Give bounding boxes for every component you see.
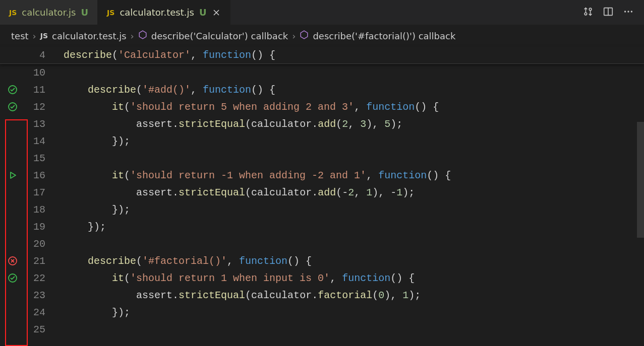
code-line[interactable]: 15 xyxy=(0,150,644,167)
code-content: describe('#factorial()', function() { xyxy=(49,255,312,267)
test-status-pass-icon[interactable] xyxy=(0,85,25,95)
line-number: 13 xyxy=(25,118,49,130)
js-icon: JS xyxy=(9,9,17,17)
line-number: 4 xyxy=(25,49,49,61)
svg-point-3 xyxy=(624,11,626,12)
code-line[interactable]: 20 xyxy=(0,235,644,252)
line-number: 19 xyxy=(25,221,49,233)
code-line[interactable]: 11 describe('#add()', function() { xyxy=(0,81,644,98)
close-icon[interactable] xyxy=(212,8,221,17)
breadcrumb-symbol[interactable]: describe('Calculator') callback xyxy=(138,30,288,41)
code-content: it('should return -1 when adding -2 and … xyxy=(49,170,451,181)
code-content: it('should return 5 when adding 2 and 3'… xyxy=(49,101,439,113)
tab-status: U xyxy=(81,7,88,18)
svg-point-5 xyxy=(631,11,632,12)
line-number: 24 xyxy=(25,307,49,318)
line-number: 25 xyxy=(25,324,49,335)
code-line[interactable]: 16 it('should return -1 when adding -2 a… xyxy=(0,167,644,184)
line-number: 20 xyxy=(25,238,49,250)
code-content: describe('#add()', function() { xyxy=(49,84,275,96)
chevron-right-icon: › xyxy=(131,31,134,41)
method-icon xyxy=(300,30,309,41)
tab-actions xyxy=(572,6,644,19)
code-line: describe('Calculator', function() { xyxy=(49,49,275,61)
test-status-pass-icon[interactable] xyxy=(0,273,25,283)
tab-calculator-test-js[interactable]: JS calculator.test.js U xyxy=(98,0,230,25)
line-number: 22 xyxy=(25,272,49,284)
code-content: }); xyxy=(49,221,106,233)
code-line[interactable]: 14 }); xyxy=(0,132,644,150)
code-line[interactable]: 18 }); xyxy=(0,201,644,218)
code-content xyxy=(49,153,88,164)
line-number: 23 xyxy=(25,290,49,301)
breadcrumb-symbol[interactable]: describe('#factorial()') callback xyxy=(300,30,455,41)
code-line[interactable]: 19 }); xyxy=(0,218,644,235)
code-line[interactable]: 12 it('should return 5 when adding 2 and… xyxy=(0,98,644,115)
tab-filename: calculator.js xyxy=(22,7,76,18)
test-status-fail-icon[interactable] xyxy=(0,256,25,266)
tab-status: U xyxy=(199,7,207,18)
code-content xyxy=(49,324,88,335)
js-icon: JS xyxy=(107,9,114,17)
tab-filename: calculator.test.js xyxy=(120,7,194,18)
chevron-right-icon: › xyxy=(33,31,36,41)
code-line[interactable]: 25 xyxy=(0,321,644,338)
scrollbar-thumb[interactable] xyxy=(637,122,644,238)
line-number: 12 xyxy=(25,101,49,113)
code-content: }); xyxy=(49,307,130,318)
code-line[interactable]: 10 xyxy=(0,64,644,81)
line-number: 10 xyxy=(25,67,49,79)
line-number: 15 xyxy=(25,153,49,164)
line-number: 17 xyxy=(25,187,49,198)
code-line[interactable]: 21 describe('#factorial()', function() { xyxy=(0,252,644,269)
breadcrumb-folder[interactable]: test xyxy=(11,31,29,41)
compare-changes-icon[interactable] xyxy=(582,6,594,19)
code-line[interactable]: 22 it('should return 1 when input is 0',… xyxy=(0,269,644,287)
split-editor-icon[interactable] xyxy=(603,6,614,19)
code-content xyxy=(49,67,88,79)
code-content: }); xyxy=(49,204,130,216)
js-icon: JS xyxy=(40,32,48,40)
code-content: it('should return 1 when input is 0', fu… xyxy=(49,272,415,284)
code-content: assert.strictEqual(calculator.add(-2, 1)… xyxy=(49,187,415,198)
line-number: 21 xyxy=(25,255,49,267)
sticky-scroll-header[interactable]: 4 describe('Calculator', function() { xyxy=(0,46,644,64)
code-line[interactable]: 23 assert.strictEqual(calculator.factori… xyxy=(0,287,644,304)
more-actions-icon[interactable] xyxy=(623,6,634,19)
test-status-pass-icon[interactable] xyxy=(0,102,25,112)
svg-point-4 xyxy=(627,11,629,12)
code-content xyxy=(49,238,88,250)
breadcrumb-file[interactable]: JS calculator.test.js xyxy=(40,31,127,41)
code-content: assert.strictEqual(calculator.factorial(… xyxy=(49,290,421,301)
chevron-right-icon: › xyxy=(292,31,296,41)
scrollbar[interactable] xyxy=(636,97,644,338)
tab-bar: JS calculator.js U JS calculator.test.js… xyxy=(0,0,644,25)
breadcrumb[interactable]: test › JS calculator.test.js › describe(… xyxy=(0,25,644,46)
tab-calculator-js[interactable]: JS calculator.js U xyxy=(0,0,98,25)
code-line[interactable]: 17 assert.strictEqual(calculator.add(-2,… xyxy=(0,184,644,201)
line-number: 18 xyxy=(25,204,49,216)
line-number: 16 xyxy=(25,170,49,181)
svg-point-0 xyxy=(584,13,587,15)
line-number: 14 xyxy=(25,135,49,147)
method-icon xyxy=(138,30,147,41)
code-content: }); xyxy=(49,135,130,147)
test-status-run-icon[interactable] xyxy=(0,170,25,180)
svg-point-1 xyxy=(589,8,592,11)
code-line[interactable]: 24 }); xyxy=(0,304,644,321)
line-number: 11 xyxy=(25,84,49,96)
code-editor[interactable]: 4 describe('Calculator', function() { 10… xyxy=(0,46,644,338)
code-content: assert.strictEqual(calculator.add(2, 3),… xyxy=(49,118,402,130)
code-line[interactable]: 13 assert.strictEqual(calculator.add(2, … xyxy=(0,115,644,132)
